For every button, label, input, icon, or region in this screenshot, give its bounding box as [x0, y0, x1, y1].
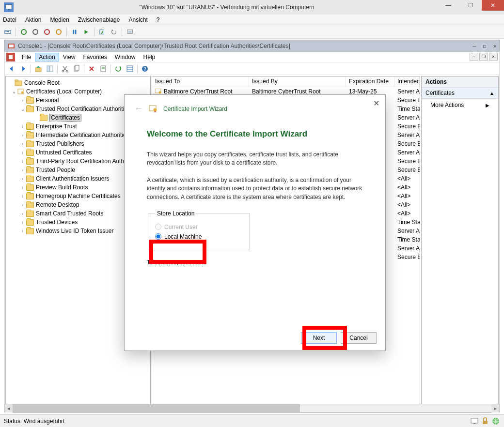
delete-icon[interactable] [86, 63, 97, 74]
svg-rect-6 [73, 30, 75, 34]
mdi-close-button[interactable]: × [489, 53, 498, 61]
reset-icon[interactable] [81, 27, 91, 37]
host-menu-ansicht[interactable]: Ansicht [128, 16, 147, 23]
wizard-next-button[interactable]: Next [301, 332, 337, 344]
ctrl-alt-del-icon[interactable] [3, 27, 13, 37]
svg-rect-26 [75, 65, 79, 70]
radio-current-user: Current User [155, 224, 242, 230]
col-issued-to[interactable]: Issued To [152, 76, 249, 87]
mdi-minimize-button[interactable]: – [470, 53, 478, 61]
refresh-icon[interactable] [113, 63, 124, 74]
wizard-back-icon[interactable]: ← [134, 104, 143, 114]
svg-marker-10 [112, 29, 114, 31]
start-icon[interactable] [19, 27, 29, 37]
mmc-console-icon[interactable] [6, 53, 15, 61]
shutdown-icon[interactable] [42, 27, 52, 37]
scroll-right-icon[interactable]: ► [491, 404, 500, 412]
nav-back-icon[interactable] [6, 63, 17, 74]
radio-local-machine-input[interactable] [155, 233, 161, 240]
nav-forward-icon[interactable] [18, 63, 29, 74]
host-menu-aktion[interactable]: Aktion [25, 16, 41, 23]
horizontal-scrollbar[interactable]: ◄ ► [4, 404, 500, 412]
actions-more[interactable]: More Actions ▶ [422, 99, 498, 111]
svg-text:?: ? [143, 66, 146, 72]
host-toolbar [0, 25, 504, 39]
tree-root[interactable]: Console Root [6, 78, 150, 87]
svg-rect-22 [50, 66, 53, 72]
host-maximize-button[interactable]: ☐ [459, 0, 482, 11]
expander-icon[interactable]: › [19, 229, 26, 234]
scroll-thumb[interactable] [13, 404, 300, 412]
mmc-maximize-button[interactable]: ☐ [483, 43, 487, 49]
mmc-menu-favorites[interactable]: Favorites [79, 53, 111, 61]
show-hide-tree-icon[interactable] [45, 63, 55, 74]
svg-point-41 [159, 92, 161, 94]
enhanced-session-icon[interactable] [125, 27, 135, 37]
properties-icon[interactable] [98, 63, 109, 74]
pause-icon[interactable] [70, 27, 79, 37]
host-close-button[interactable]: ✕ [482, 0, 504, 11]
host-menu-bar: Datei Aktion Medien Zwischenablage Ansic… [0, 15, 504, 25]
export-list-icon[interactable] [125, 63, 135, 74]
turnoff-icon[interactable] [31, 27, 40, 37]
expander-icon[interactable]: › [19, 98, 26, 103]
col-intended[interactable]: Intended Pu [394, 76, 420, 87]
folder-icon [40, 115, 47, 121]
host-menu-help[interactable]: ? [157, 16, 160, 23]
svg-rect-44 [471, 418, 478, 423]
mmc-menu-action[interactable]: Action [35, 53, 59, 61]
expander-icon[interactable]: › [19, 220, 26, 225]
host-menu-medien[interactable]: Medien [50, 16, 69, 23]
checkpoint-icon[interactable] [97, 27, 107, 37]
mmc-menu-help[interactable]: Help [140, 53, 159, 61]
hyperv-icon [4, 2, 14, 12]
expander-icon[interactable]: › [19, 176, 26, 182]
wizard-cancel-button[interactable]: Cancel [341, 332, 377, 344]
expander-icon[interactable]: › [19, 194, 26, 199]
wizard-cert-icon [149, 105, 158, 113]
expander-icon[interactable]: › [19, 133, 26, 138]
mmc-close-button[interactable]: ✕ [493, 43, 497, 49]
wizard-title: Welcome to the Certificate Import Wizard [147, 129, 363, 139]
help-icon[interactable]: ? [140, 63, 150, 74]
mmc-menu-window[interactable]: Window [111, 53, 140, 61]
expander-icon[interactable]: › [19, 124, 26, 129]
expander-icon[interactable]: › [19, 185, 26, 190]
svg-point-39 [21, 92, 24, 94]
svg-rect-19 [35, 68, 41, 72]
mmc-minimize-button[interactable]: — [472, 43, 476, 49]
actions-section[interactable]: Certificates ▲ [422, 88, 498, 99]
mmc-titlebar: Console1 - [Console Root\Certificates (L… [4, 40, 500, 52]
expander-icon[interactable]: ⌄ [19, 107, 26, 112]
expander-icon[interactable]: › [19, 159, 26, 164]
col-expiration[interactable]: Expiration Date [346, 76, 394, 87]
mmc-menu-file[interactable]: File [18, 53, 35, 61]
up-level-icon[interactable] [33, 63, 44, 74]
folder-icon [26, 202, 34, 208]
list-header[interactable]: Issued To Issued By Expiration Date Inte… [152, 76, 420, 87]
expander-icon[interactable]: ⌄ [11, 89, 17, 94]
host-menu-datei[interactable]: Datei [3, 16, 16, 23]
radio-local-machine[interactable]: Local Machine [155, 233, 242, 240]
host-menu-zwischenablage[interactable]: Zwischenablage [78, 16, 120, 23]
scroll-left-icon[interactable]: ◄ [4, 404, 13, 412]
wizard-close-button[interactable]: ✕ [373, 99, 379, 108]
col-issued-by[interactable]: Issued By [249, 76, 346, 87]
revert-icon[interactable] [109, 27, 119, 37]
expander-icon[interactable]: › [19, 211, 26, 216]
host-minimize-button[interactable]: — [437, 0, 459, 11]
mdi-restore-button[interactable]: ❐ [479, 53, 488, 61]
expander-icon[interactable]: › [19, 168, 26, 173]
folder-icon [15, 79, 22, 87]
expander-icon[interactable]: › [19, 141, 26, 147]
save-icon[interactable] [54, 27, 63, 37]
svg-rect-7 [75, 30, 77, 34]
host-titlebar: "Windows 10" auf "URANUS" - Verbindung m… [0, 0, 504, 15]
copy-icon[interactable] [71, 63, 82, 74]
expander-icon[interactable]: › [19, 202, 26, 208]
mmc-title-text: Console1 - [Console Root\Certificates (L… [18, 43, 290, 49]
expander-icon[interactable]: › [19, 150, 26, 155]
mmc-menu-view[interactable]: View [59, 53, 79, 61]
actions-header: Actions [422, 76, 498, 88]
cut-icon[interactable] [60, 63, 70, 74]
